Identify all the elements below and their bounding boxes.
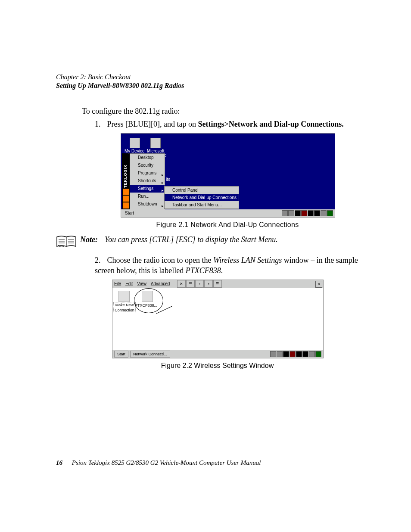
- start-button[interactable]: Start: [123, 210, 136, 217]
- step-bold: Settings>Network and Dial-up Connections…: [198, 120, 343, 128]
- callout-circle: [134, 288, 163, 313]
- step-number: 2.: [95, 255, 105, 265]
- book-note-icon: [56, 235, 77, 249]
- tray-icon[interactable]: [270, 351, 276, 357]
- submenu-item-control-panel[interactable]: Control Panel: [165, 187, 239, 194]
- menu-item-run[interactable]: Run...: [130, 193, 165, 200]
- toolbar-large-icons-button[interactable]: ▫: [195, 280, 204, 288]
- tray-icon[interactable]: [321, 210, 327, 216]
- toolbar: ✕ ☰ ▫ ▪ ≣: [177, 280, 222, 288]
- intro-text: To configure the 802.11g radio:: [82, 106, 364, 116]
- taskbar: Start: [121, 209, 335, 217]
- sidebar-square-icon: [123, 202, 129, 208]
- menu-label: Programs: [138, 171, 156, 175]
- tray-icon[interactable]: [315, 351, 321, 357]
- menu-item-security[interactable]: Security: [130, 162, 165, 169]
- tray-icon[interactable]: [308, 210, 314, 216]
- tray-icon[interactable]: [314, 210, 320, 216]
- step-number: 1.: [95, 119, 105, 129]
- toolbar-details-button[interactable]: ≣: [213, 280, 222, 288]
- close-button[interactable]: ×: [315, 281, 322, 288]
- page-footer: 16 Psion Teklogix 8525 G2/8530 G2 Vehicl…: [56, 459, 261, 467]
- tray-icon[interactable]: [301, 210, 307, 216]
- microsoft-icon[interactable]: [150, 138, 161, 148]
- step-text: Press [BLUE][0], and tap on: [107, 120, 198, 128]
- settings-submenu: Control Panel Network and Dial-up Connec…: [164, 186, 239, 209]
- explorer-canvas: Make New Connection PTXCF838...: [112, 288, 323, 350]
- menu-label: Shortcuts: [138, 178, 156, 183]
- step-text: .: [221, 266, 223, 275]
- tray-icon[interactable]: [302, 351, 308, 357]
- note-label: Note:: [80, 235, 98, 244]
- toolbar-delete-button[interactable]: ✕: [177, 280, 186, 288]
- step-italic: Wireless LAN Settings: [213, 256, 282, 264]
- tray-icon[interactable]: [277, 351, 283, 357]
- sidebar-square-icon: [123, 189, 129, 195]
- tray-icon[interactable]: [288, 210, 294, 216]
- make-new-connection-icon[interactable]: [118, 291, 130, 302]
- taskbar-item-network[interactable]: Network Connecti...: [130, 351, 170, 358]
- sidebar-square-icon: [123, 196, 129, 202]
- menu-item-programs[interactable]: Programs▸: [130, 169, 165, 177]
- bg-text-its: its: [166, 177, 170, 183]
- menu-label: Settings: [138, 186, 153, 191]
- note-block: Note: You can press [CTRL] [ESC] to disp…: [56, 235, 364, 249]
- system-tray: [282, 210, 333, 216]
- system-tray: [270, 351, 321, 357]
- submenu-label: Network and Dial-up Connections: [172, 195, 237, 200]
- tray-icon[interactable]: [309, 351, 315, 357]
- note-text: You can press [CTRL] [ESC] to display th…: [105, 235, 278, 244]
- figure-1-screenshot: My Device Microsoft d its TEKLOGIX Deskt…: [121, 133, 335, 218]
- menu-item-shortcuts[interactable]: Shortcuts▸: [130, 177, 165, 185]
- tray-icon[interactable]: [283, 351, 289, 357]
- start-sidebar: TEKLOGIX: [122, 153, 130, 209]
- menu-item-desktop[interactable]: Desktop: [130, 154, 165, 162]
- start-button[interactable]: Start: [114, 351, 128, 358]
- tray-icon[interactable]: [282, 210, 288, 216]
- menu-item-settings[interactable]: Settings▸: [130, 185, 165, 193]
- tray-icon[interactable]: [327, 210, 333, 216]
- menu-item-shutdown[interactable]: Shutdown▸: [130, 200, 165, 208]
- tray-icon[interactable]: [290, 351, 296, 357]
- chevron-right-icon: ▸: [162, 202, 164, 210]
- sidebar-logo-text: TEKLOGIX: [123, 165, 128, 188]
- toolbar-properties-button[interactable]: ☰: [186, 280, 195, 288]
- menu-label: Run...: [138, 194, 149, 199]
- submenu-label: Control Panel: [172, 188, 199, 193]
- menu-file[interactable]: File: [114, 281, 121, 287]
- menu-label: Security: [138, 163, 153, 168]
- toolbar-small-icons-button[interactable]: ▪: [204, 280, 213, 288]
- figure-1-caption: Figure 2.1 Network And Dial-Up Connectio…: [121, 220, 334, 230]
- figure-2-screenshot: File Edit View Advanced ✕ ☰ ▫ ▪ ≣ × Make…: [112, 280, 324, 358]
- tray-icon[interactable]: [295, 210, 301, 216]
- figure-2-caption: Figure 2.2 Wireless Settings Window: [112, 361, 323, 370]
- my-device-icon[interactable]: [130, 138, 140, 148]
- start-menu: Desktop Security Programs▸ Shortcuts▸ Se…: [130, 153, 165, 210]
- step-2: 2. Choose the radio icon to open the Wir…: [95, 255, 364, 276]
- step-text: Choose the radio icon to open the: [107, 256, 213, 264]
- footer-text: Psion Teklogix 8525 G2/8530 G2 Vehicle-M…: [72, 459, 261, 466]
- step-italic: PTXCF838: [186, 266, 221, 275]
- make-new-connection-label: Make New Connection: [113, 302, 136, 313]
- menu-label: Shutdown: [138, 202, 157, 206]
- menu-advanced[interactable]: Advanced: [151, 281, 170, 287]
- submenu-item-taskbar[interactable]: Taskbar and Start Menu...: [165, 201, 239, 208]
- chapter-header: Chapter 2: Basic Checkout: [56, 73, 364, 81]
- taskbar: Start Network Connecti...: [112, 350, 323, 358]
- page-number: 16: [56, 459, 62, 466]
- menu-edit[interactable]: Edit: [125, 281, 133, 287]
- tray-icon[interactable]: [296, 351, 302, 357]
- menu-label: Desktop: [138, 155, 154, 160]
- submenu-item-network[interactable]: Network and Dial-up Connections: [165, 194, 239, 201]
- section-header: Setting Up Marvell-88W8300 802.11g Radio…: [56, 82, 364, 90]
- menu-view[interactable]: View: [137, 281, 146, 287]
- step-1: 1. Press [BLUE][0], and tap on Settings>…: [95, 119, 364, 129]
- submenu-label: Taskbar and Start Menu...: [172, 202, 222, 207]
